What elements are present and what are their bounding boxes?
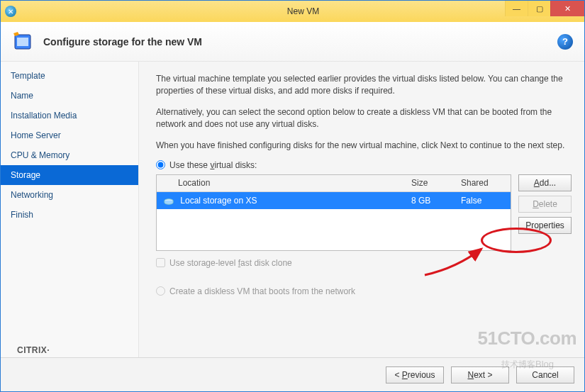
wizard-icon xyxy=(12,30,35,53)
radio-diskless-input xyxy=(156,286,165,296)
titlebar: ✕ New VM — ▢ ✕ xyxy=(1,1,584,22)
maximize-button[interactable]: ▢ xyxy=(528,1,550,16)
step-cpu-memory[interactable]: CPU & Memory xyxy=(1,145,138,165)
step-home-server[interactable]: Home Server xyxy=(1,125,138,145)
disk-icon xyxy=(164,198,174,205)
table-row[interactable]: Local storage on XS 8 GB False xyxy=(157,192,511,209)
radio-use-disks[interactable]: Use these virtual disks: xyxy=(156,160,572,170)
radio-diskless: Create a diskless VM that boots from the… xyxy=(156,286,572,296)
intro-para-2: Alternatively, you can select the second… xyxy=(156,106,572,131)
checkbox-fast-clone-input xyxy=(156,258,165,267)
col-size: Size xyxy=(404,178,454,188)
window-title: New VM xyxy=(22,6,584,16)
previous-button[interactable]: < Previous xyxy=(386,366,444,383)
intro-para-1: The virtual machine template you selecte… xyxy=(156,73,572,98)
watermark-51cto: 51CTO.com xyxy=(477,327,576,349)
step-storage[interactable]: Storage xyxy=(1,165,138,185)
step-name[interactable]: Name xyxy=(1,86,138,106)
step-networking[interactable]: Networking xyxy=(1,185,138,205)
properties-button[interactable]: Properties xyxy=(518,217,572,234)
wizard-sidebar: Template Name Installation Media Home Se… xyxy=(1,62,139,357)
wizard-body: Template Name Installation Media Home Se… xyxy=(1,62,584,357)
checkbox-fast-clone: Use storage-level fast disk clone xyxy=(156,258,572,268)
col-shared: Shared xyxy=(454,178,511,188)
table-header: Location Size Shared xyxy=(157,175,511,192)
cell-location: Local storage on XS xyxy=(157,196,404,206)
disks-area: Location Size Shared Local storage on XS… xyxy=(156,174,572,251)
page-title: Configure storage for the new VM xyxy=(43,36,557,47)
radio-diskless-label: Create a diskless VM that boots from the… xyxy=(169,286,355,296)
window-buttons: — ▢ ✕ xyxy=(505,1,584,16)
disks-table: Location Size Shared Local storage on XS… xyxy=(156,174,511,251)
close-button[interactable]: ✕ xyxy=(550,1,584,16)
radio-use-disks-label: Use these virtual disks: xyxy=(169,160,257,170)
svg-rect-1 xyxy=(17,38,28,46)
cell-size: 8 GB xyxy=(404,196,454,206)
help-icon[interactable]: ? xyxy=(557,34,573,50)
window: ✕ New VM — ▢ ✕ Configure storage for the… xyxy=(0,0,585,392)
checkbox-fast-clone-label: Use storage-level fast disk clone xyxy=(169,258,292,268)
step-template[interactable]: Template xyxy=(1,66,138,86)
table-buttons: Add... Delete Properties xyxy=(518,174,572,251)
add-button[interactable]: Add... xyxy=(518,174,572,191)
next-button[interactable]: Next > xyxy=(451,366,509,383)
minimize-button[interactable]: — xyxy=(505,1,528,16)
intro-para-3: When you have finished configuring disks… xyxy=(156,140,572,152)
system-icon: ✕ xyxy=(5,6,16,17)
step-finish[interactable]: Finish xyxy=(1,205,138,225)
citrix-logo: CITRIX· xyxy=(17,342,50,357)
col-location: Location xyxy=(157,178,404,188)
radio-use-disks-input[interactable] xyxy=(156,160,165,169)
wizard-content: The virtual machine template you selecte… xyxy=(139,62,584,357)
wizard-header: Configure storage for the new VM ? xyxy=(1,22,584,62)
watermark-blog: 技术博客Blog xyxy=(501,354,554,371)
delete-button: Delete xyxy=(518,196,572,213)
wizard-footer: < Previous Next > Cancel xyxy=(1,357,584,391)
step-installation-media[interactable]: Installation Media xyxy=(1,106,138,125)
cell-shared: False xyxy=(454,196,511,206)
